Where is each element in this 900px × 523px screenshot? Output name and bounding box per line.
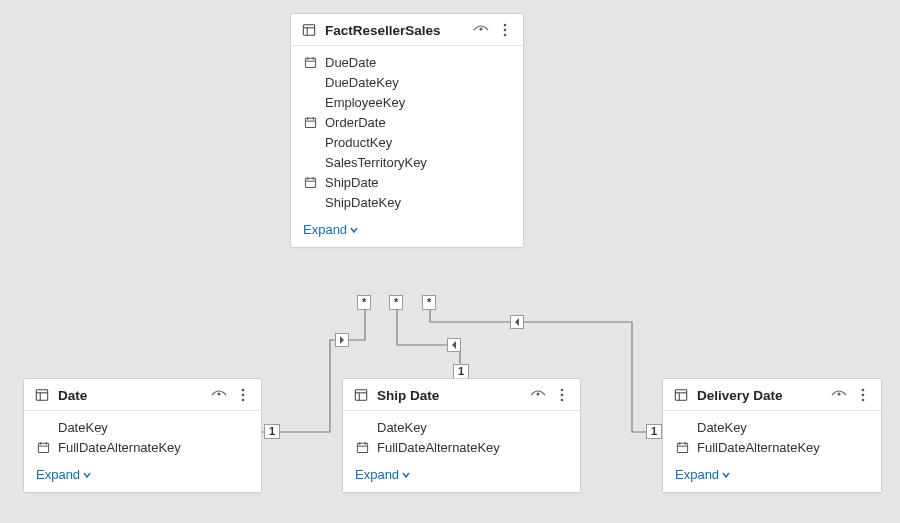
svg-rect-7 <box>305 58 315 67</box>
field-label: ShipDateKey <box>325 195 401 210</box>
field-label: FullDateAlternateKey <box>58 440 181 455</box>
cardinality-one-ship: 1 <box>453 364 469 379</box>
svg-rect-19 <box>36 390 47 401</box>
field-row[interactable]: DueDateKey <box>291 72 523 92</box>
svg-rect-15 <box>305 178 315 187</box>
expand-link[interactable]: Expand <box>355 467 411 482</box>
date-icon <box>303 116 317 129</box>
svg-point-24 <box>242 394 245 397</box>
field-row[interactable]: FullDateAlternateKey <box>343 437 580 457</box>
field-label: ShipDate <box>325 175 378 190</box>
svg-point-35 <box>561 394 564 397</box>
table-header: Delivery Date <box>663 379 881 411</box>
visibility-icon[interactable] <box>473 22 489 38</box>
more-icon[interactable] <box>235 387 251 403</box>
more-icon[interactable] <box>554 387 570 403</box>
table-icon <box>301 22 317 38</box>
table-title: Delivery Date <box>697 388 823 403</box>
field-row[interactable]: DateKey <box>663 417 881 437</box>
svg-point-45 <box>862 389 865 392</box>
table-fields: DueDateDueDateKeyEmployeeKeyOrderDatePro… <box>291 46 523 216</box>
date-icon <box>355 441 369 454</box>
table-icon <box>673 387 689 403</box>
field-row[interactable]: ShipDate <box>291 172 523 192</box>
more-icon[interactable] <box>855 387 871 403</box>
field-row[interactable]: SalesTerritoryKey <box>291 152 523 172</box>
svg-rect-37 <box>357 443 367 452</box>
svg-rect-11 <box>305 118 315 127</box>
visibility-icon[interactable] <box>211 387 227 403</box>
table-title: Ship Date <box>377 388 522 403</box>
svg-rect-30 <box>355 390 366 401</box>
svg-rect-26 <box>38 443 48 452</box>
table-title: Date <box>58 388 203 403</box>
table-ship-date[interactable]: Ship Date DateKeyFullDateAlternateKey Ex… <box>342 378 581 493</box>
relationship-direction-delivery <box>510 315 524 329</box>
field-row[interactable]: DueDate <box>291 52 523 72</box>
field-row[interactable]: DateKey <box>24 417 261 437</box>
field-label: FullDateAlternateKey <box>377 440 500 455</box>
cardinality-star-date: * <box>357 295 371 310</box>
table-fields: DateKeyFullDateAlternateKey <box>24 411 261 461</box>
field-row[interactable]: FullDateAlternateKey <box>663 437 881 457</box>
expand-link[interactable]: Expand <box>303 222 359 237</box>
svg-point-33 <box>536 392 539 395</box>
field-label: DueDate <box>325 55 376 70</box>
more-icon[interactable] <box>497 22 513 38</box>
visibility-icon[interactable] <box>530 387 546 403</box>
svg-point-25 <box>242 399 245 402</box>
svg-rect-41 <box>675 390 686 401</box>
table-title: FactResellerSales <box>325 23 465 38</box>
field-row[interactable]: ProductKey <box>291 132 523 152</box>
svg-rect-48 <box>677 443 687 452</box>
field-label: EmployeeKey <box>325 95 405 110</box>
field-row[interactable]: FullDateAlternateKey <box>24 437 261 457</box>
field-label: ProductKey <box>325 135 392 150</box>
field-row[interactable]: DateKey <box>343 417 580 437</box>
expand-link[interactable]: Expand <box>36 467 92 482</box>
cardinality-star-ship: * <box>389 295 403 310</box>
svg-point-36 <box>561 399 564 402</box>
field-label: DueDateKey <box>325 75 399 90</box>
cardinality-one-date: 1 <box>264 424 280 439</box>
svg-point-23 <box>242 389 245 392</box>
field-row[interactable]: OrderDate <box>291 112 523 132</box>
visibility-icon[interactable] <box>831 387 847 403</box>
date-icon <box>36 441 50 454</box>
table-delivery-date[interactable]: Delivery Date DateKeyFullDateAlternateKe… <box>662 378 882 493</box>
field-label: SalesTerritoryKey <box>325 155 427 170</box>
svg-point-46 <box>862 394 865 397</box>
field-label: OrderDate <box>325 115 386 130</box>
expand-link[interactable]: Expand <box>675 467 731 482</box>
table-fields: DateKeyFullDateAlternateKey <box>343 411 580 461</box>
field-label: DateKey <box>58 420 108 435</box>
cardinality-one-delivery: 1 <box>646 424 662 439</box>
relationship-direction-date <box>335 333 349 347</box>
svg-point-5 <box>504 29 507 32</box>
date-icon <box>303 176 317 189</box>
relationship-direction-ship <box>447 338 461 352</box>
svg-point-22 <box>217 392 220 395</box>
svg-point-44 <box>837 392 840 395</box>
table-date[interactable]: Date DateKeyFullDateAlternateKey Expand <box>23 378 262 493</box>
field-row[interactable]: ShipDateKey <box>291 192 523 212</box>
svg-point-47 <box>862 399 865 402</box>
svg-point-34 <box>561 389 564 392</box>
cardinality-star-delivery: * <box>422 295 436 310</box>
svg-point-4 <box>504 24 507 27</box>
table-header: Date <box>24 379 261 411</box>
date-icon <box>675 441 689 454</box>
field-label: FullDateAlternateKey <box>697 440 820 455</box>
svg-point-3 <box>479 27 482 30</box>
table-fields: DateKeyFullDateAlternateKey <box>663 411 881 461</box>
date-icon <box>303 56 317 69</box>
svg-point-6 <box>504 34 507 37</box>
table-icon <box>353 387 369 403</box>
field-row[interactable]: EmployeeKey <box>291 92 523 112</box>
field-label: DateKey <box>697 420 747 435</box>
table-fact-reseller-sales[interactable]: FactResellerSales DueDateDueDateKeyEmplo… <box>290 13 524 248</box>
table-icon <box>34 387 50 403</box>
table-header: Ship Date <box>343 379 580 411</box>
svg-rect-0 <box>303 25 314 36</box>
field-label: DateKey <box>377 420 427 435</box>
